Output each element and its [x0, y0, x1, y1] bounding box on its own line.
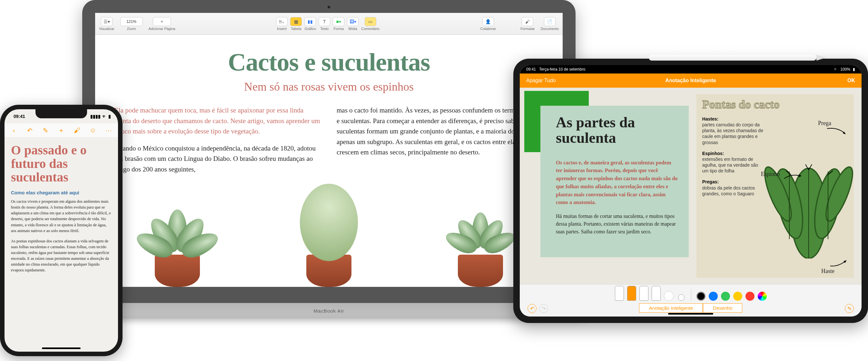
ipad-device: 09:41 Terça-feira 10 de setembro ᯤ 100% … — [513, 59, 868, 323]
toolbar-add-page[interactable]: ＋ Adicionar Página — [149, 17, 176, 31]
table-icon: ▦ — [290, 17, 302, 26]
view-icon: ☰▾ — [101, 17, 113, 26]
document-icon: 📄 — [544, 17, 556, 26]
text-icon: T — [318, 17, 330, 26]
iphone-notch — [35, 109, 87, 118]
highlighter-button[interactable]: ✎ — [41, 127, 50, 134]
color-yellow[interactable] — [733, 292, 742, 301]
doc-intro: Ela pode machucar quem toca, mas é fácil… — [115, 105, 321, 137]
ipad-statusbar: 09:41 Terça-feira 10 de setembro ᯤ 100% … — [520, 65, 862, 73]
iphone-p1: Os cactos vivem e prosperam em alguns do… — [11, 199, 112, 234]
toolbar-document[interactable]: 📄Documento — [541, 17, 559, 31]
insert-icon: ⎘▾ — [276, 17, 288, 26]
seg-smart-annotation[interactable]: Anotação Inteligente — [639, 303, 703, 313]
segment-row: ↶ ↷ Anotação Inteligente Desenho ✎ — [520, 302, 862, 314]
color-black[interactable] — [696, 292, 706, 301]
toolbar-view-label: Visualizar — [99, 27, 115, 31]
arrow-icon — [783, 173, 803, 183]
ipad-body: Há muitas formas de cortar uma suculenta… — [556, 212, 678, 236]
statusbar-date: Terça-feira 10 de setembro — [539, 67, 585, 71]
nav-erase-all-button[interactable]: Apagar Tudo — [526, 78, 556, 84]
iphone-toolbar: ‹ ↶ ✎ ＋ 🖌 ☺ ⋯ — [4, 124, 118, 138]
toolbar-media[interactable]: 🖼▾Mídia — [347, 17, 359, 31]
term: Hastes: — [702, 117, 719, 122]
iphone-document[interactable]: O passado e o futuro das suculentas Como… — [4, 138, 118, 284]
plant-1 — [135, 197, 219, 287]
comment-button[interactable]: ☺ — [88, 127, 98, 134]
term-text: extensões em formato de agulha, que na v… — [702, 157, 758, 173]
toolbar-shape-label: Forma — [333, 27, 344, 31]
toolbar-format-label: Formatar — [520, 27, 535, 31]
lasso-tool[interactable] — [664, 291, 674, 301]
undo-button[interactable]: ↶ — [25, 127, 34, 134]
add-button[interactable]: ＋ — [56, 126, 66, 135]
anno-haste: Haste — [821, 268, 834, 274]
toolbar-insert[interactable]: ⎘▾Inserir — [276, 17, 288, 31]
marker-tool[interactable] — [627, 286, 636, 301]
doc-h1: Cactos e suculentas — [115, 48, 543, 77]
toolbar-comment[interactable]: ▭Comentário — [361, 17, 379, 31]
term: Pregas: — [702, 179, 719, 184]
more-button[interactable]: ⋯ — [104, 127, 114, 134]
succulent-icon — [135, 197, 219, 261]
color-red[interactable] — [745, 292, 754, 301]
macbook-screen: ☰▾ Visualizar 121% Zoom ＋ Adicionar Pági… — [95, 13, 563, 287]
toolbar-shape[interactable]: ■▾Forma — [333, 17, 344, 31]
iphone-h1: O passado e o futuro das suculentas — [11, 143, 112, 184]
undo-button[interactable]: ↶ — [528, 304, 536, 313]
toolbar-format[interactable]: 🖌Formatar — [520, 17, 535, 31]
home-indicator[interactable] — [42, 348, 81, 349]
toolbar-media-label: Mídia — [348, 27, 357, 31]
pencil-tool[interactable] — [640, 286, 648, 301]
macbook-bezel: ☰▾ Visualizar 121% Zoom ＋ Adicionar Pági… — [82, 0, 576, 303]
format-button[interactable]: 🖌 — [72, 127, 82, 134]
statusbar-battery: 100% — [840, 67, 850, 71]
document-canvas[interactable]: Cactos e suculentas Nem só nas rosas viv… — [95, 35, 563, 287]
ipad-navbar: Apagar Tudo Anotação Inteligente OK — [520, 73, 862, 88]
markup-button[interactable]: ✎ — [845, 304, 854, 313]
color-green[interactable] — [721, 292, 730, 301]
toolbar-text-label: Texto — [320, 27, 329, 31]
chart-icon: ▮▮ — [304, 17, 316, 26]
ruler-tool[interactable] — [678, 294, 685, 301]
toolbar-zoom[interactable]: 121% Zoom — [120, 17, 143, 31]
anno-prega: Prega — [818, 120, 831, 127]
wifi-icon: ᯤ — [102, 114, 107, 119]
ipad-left-panel: As partes da suculenta Os cactos e, de m… — [528, 94, 689, 278]
toolbar-chart[interactable]: ▮▮Gráfico — [304, 17, 316, 31]
macbook-model-label: MacBook Air — [313, 308, 344, 314]
toolbar-insert-group: ⎘▾Inserir ▦Tabela ▮▮Gráfico TTexto ■▾For… — [276, 17, 379, 31]
toolbar-collaborate[interactable]: 👤Colaborar — [480, 17, 496, 31]
ipad-intro: Os cactos e, de maneira geral, as sucule… — [556, 159, 678, 207]
doc-columns: Ela pode machucar quem toca, mas é fácil… — [115, 105, 543, 174]
toolbar-document-label: Documento — [541, 27, 559, 31]
ipad-h1: As partes da suculenta — [556, 115, 678, 146]
pen-tool[interactable] — [615, 286, 624, 301]
home-indicator[interactable] — [668, 313, 713, 315]
mint-text-block: As partes da suculenta Os cactos e, de m… — [540, 106, 689, 257]
ipad-document[interactable]: As partes da suculenta Os cactos e, de m… — [520, 88, 862, 284]
definition-espinhos: Espinhos:extensões em formato de agulha,… — [702, 151, 764, 174]
definition-hastes: Hastes:partes carnudas do corpo da plant… — [702, 116, 764, 145]
ipad-drawing-toolbar: ↶ ↷ Anotação Inteligente Desenho ✎ — [520, 284, 862, 317]
nav-ok-button[interactable]: OK — [847, 78, 855, 84]
term: Espinhos: — [702, 151, 724, 156]
succulent-icon — [445, 201, 516, 256]
eraser-tool[interactable] — [652, 286, 661, 301]
macbook-device: ☰▾ Visualizar 121% Zoom ＋ Adicionar Pági… — [82, 0, 576, 338]
color-picker[interactable] — [758, 292, 767, 301]
ipad-right-panel: Pontas do cacto Hastes:partes carnudas d… — [696, 94, 854, 278]
format-icon: 🖌 — [522, 17, 533, 26]
seg-drawing[interactable]: Desenho — [703, 303, 742, 313]
pages-toolbar: ☰▾ Visualizar 121% Zoom ＋ Adicionar Pági… — [95, 13, 563, 35]
camera-icon — [328, 6, 330, 8]
back-button[interactable]: ‹ — [9, 127, 19, 134]
color-blue[interactable] — [709, 292, 718, 301]
toolbar-text[interactable]: TTexto — [318, 17, 330, 31]
arrow-icon — [826, 127, 848, 137]
toolbar-view[interactable]: ☰▾ Visualizar — [99, 17, 115, 31]
redo-button[interactable]: ↷ — [539, 304, 548, 313]
zoom-value[interactable]: 121% — [120, 17, 143, 26]
statusbar-time: 09:41 — [13, 114, 25, 119]
toolbar-table[interactable]: ▦Tabela — [290, 17, 302, 31]
